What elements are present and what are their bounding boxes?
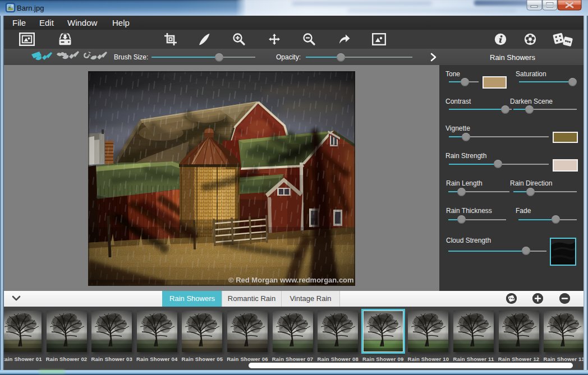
svg-text:© Red Morgan www.redmorgan.co: © Red Morgan www.redmorgan.com bbox=[228, 276, 354, 284]
